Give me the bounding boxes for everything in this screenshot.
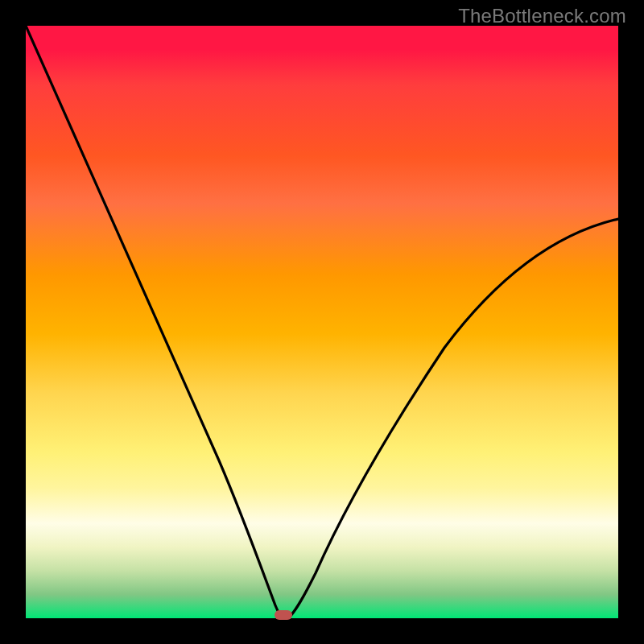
chart-frame: TheBottleneck.com [0,0,644,644]
plot-area [26,26,618,618]
bottleneck-curve [26,26,618,618]
watermark-text: TheBottleneck.com [458,5,626,27]
optimum-marker [275,610,292,620]
curve-svg [26,26,618,618]
